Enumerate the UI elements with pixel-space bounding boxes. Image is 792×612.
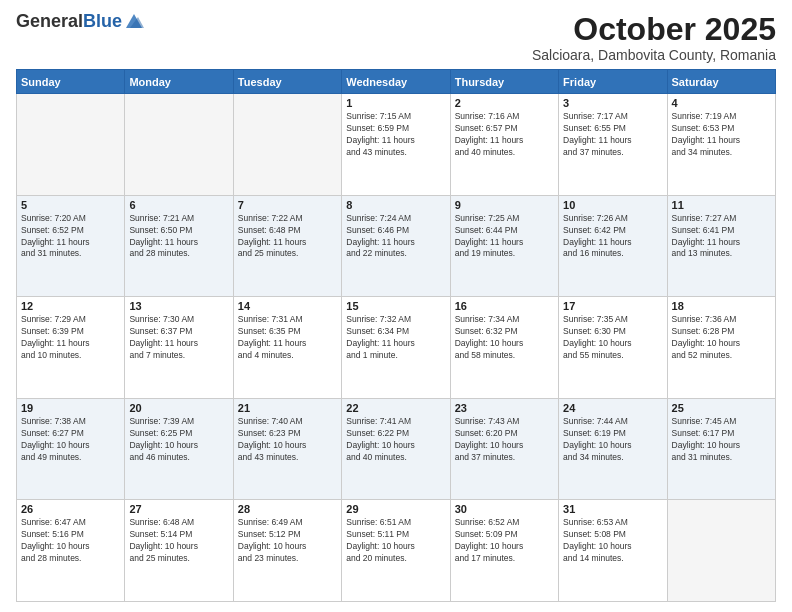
calendar: SundayMondayTuesdayWednesdayThursdayFrid…	[16, 69, 776, 602]
calendar-header-row: SundayMondayTuesdayWednesdayThursdayFrid…	[17, 70, 776, 94]
day-info: Sunrise: 7:36 AM Sunset: 6:28 PM Dayligh…	[672, 314, 771, 362]
day-number: 10	[563, 199, 662, 211]
logo-general: General	[16, 11, 83, 31]
calendar-day-6: 6Sunrise: 7:21 AM Sunset: 6:50 PM Daylig…	[125, 195, 233, 297]
day-info: Sunrise: 7:15 AM Sunset: 6:59 PM Dayligh…	[346, 111, 445, 159]
day-number: 20	[129, 402, 228, 414]
calendar-week-row: 12Sunrise: 7:29 AM Sunset: 6:39 PM Dayli…	[17, 297, 776, 399]
calendar-day-26: 26Sunrise: 6:47 AM Sunset: 5:16 PM Dayli…	[17, 500, 125, 602]
calendar-day-13: 13Sunrise: 7:30 AM Sunset: 6:37 PM Dayli…	[125, 297, 233, 399]
calendar-day-18: 18Sunrise: 7:36 AM Sunset: 6:28 PM Dayli…	[667, 297, 775, 399]
day-number: 8	[346, 199, 445, 211]
title-block: October 2025 Salcioara, Dambovita County…	[532, 12, 776, 63]
day-info: Sunrise: 7:40 AM Sunset: 6:23 PM Dayligh…	[238, 416, 337, 464]
logo: GeneralBlue	[16, 12, 144, 30]
day-number: 14	[238, 300, 337, 312]
calendar-day-30: 30Sunrise: 6:52 AM Sunset: 5:09 PM Dayli…	[450, 500, 558, 602]
calendar-header-friday: Friday	[559, 70, 667, 94]
calendar-header-monday: Monday	[125, 70, 233, 94]
calendar-day-22: 22Sunrise: 7:41 AM Sunset: 6:22 PM Dayli…	[342, 398, 450, 500]
day-info: Sunrise: 7:32 AM Sunset: 6:34 PM Dayligh…	[346, 314, 445, 362]
subtitle: Salcioara, Dambovita County, Romania	[532, 47, 776, 63]
calendar-day-4: 4Sunrise: 7:19 AM Sunset: 6:53 PM Daylig…	[667, 94, 775, 196]
day-number: 21	[238, 402, 337, 414]
day-number: 13	[129, 300, 228, 312]
day-number: 31	[563, 503, 662, 515]
page: GeneralBlue October 2025 Salcioara, Damb…	[0, 0, 792, 612]
logo-blue: Blue	[83, 11, 122, 31]
day-info: Sunrise: 7:44 AM Sunset: 6:19 PM Dayligh…	[563, 416, 662, 464]
day-info: Sunrise: 7:31 AM Sunset: 6:35 PM Dayligh…	[238, 314, 337, 362]
day-number: 5	[21, 199, 120, 211]
day-info: Sunrise: 6:48 AM Sunset: 5:14 PM Dayligh…	[129, 517, 228, 565]
day-info: Sunrise: 7:25 AM Sunset: 6:44 PM Dayligh…	[455, 213, 554, 261]
calendar-day-19: 19Sunrise: 7:38 AM Sunset: 6:27 PM Dayli…	[17, 398, 125, 500]
day-info: Sunrise: 6:51 AM Sunset: 5:11 PM Dayligh…	[346, 517, 445, 565]
day-info: Sunrise: 7:43 AM Sunset: 6:20 PM Dayligh…	[455, 416, 554, 464]
calendar-week-row: 1Sunrise: 7:15 AM Sunset: 6:59 PM Daylig…	[17, 94, 776, 196]
day-number: 28	[238, 503, 337, 515]
day-number: 7	[238, 199, 337, 211]
day-info: Sunrise: 7:22 AM Sunset: 6:48 PM Dayligh…	[238, 213, 337, 261]
day-number: 22	[346, 402, 445, 414]
calendar-day-28: 28Sunrise: 6:49 AM Sunset: 5:12 PM Dayli…	[233, 500, 341, 602]
day-info: Sunrise: 7:21 AM Sunset: 6:50 PM Dayligh…	[129, 213, 228, 261]
calendar-day-12: 12Sunrise: 7:29 AM Sunset: 6:39 PM Dayli…	[17, 297, 125, 399]
calendar-day-11: 11Sunrise: 7:27 AM Sunset: 6:41 PM Dayli…	[667, 195, 775, 297]
day-info: Sunrise: 7:16 AM Sunset: 6:57 PM Dayligh…	[455, 111, 554, 159]
day-number: 3	[563, 97, 662, 109]
calendar-day-7: 7Sunrise: 7:22 AM Sunset: 6:48 PM Daylig…	[233, 195, 341, 297]
calendar-day-23: 23Sunrise: 7:43 AM Sunset: 6:20 PM Dayli…	[450, 398, 558, 500]
calendar-day-8: 8Sunrise: 7:24 AM Sunset: 6:46 PM Daylig…	[342, 195, 450, 297]
calendar-day-17: 17Sunrise: 7:35 AM Sunset: 6:30 PM Dayli…	[559, 297, 667, 399]
day-number: 29	[346, 503, 445, 515]
day-number: 4	[672, 97, 771, 109]
day-number: 23	[455, 402, 554, 414]
day-info: Sunrise: 6:47 AM Sunset: 5:16 PM Dayligh…	[21, 517, 120, 565]
day-number: 24	[563, 402, 662, 414]
calendar-week-row: 5Sunrise: 7:20 AM Sunset: 6:52 PM Daylig…	[17, 195, 776, 297]
calendar-day-24: 24Sunrise: 7:44 AM Sunset: 6:19 PM Dayli…	[559, 398, 667, 500]
calendar-day-empty	[233, 94, 341, 196]
day-number: 11	[672, 199, 771, 211]
calendar-day-16: 16Sunrise: 7:34 AM Sunset: 6:32 PM Dayli…	[450, 297, 558, 399]
calendar-day-empty	[125, 94, 233, 196]
day-number: 26	[21, 503, 120, 515]
day-info: Sunrise: 7:35 AM Sunset: 6:30 PM Dayligh…	[563, 314, 662, 362]
day-info: Sunrise: 7:17 AM Sunset: 6:55 PM Dayligh…	[563, 111, 662, 159]
day-number: 15	[346, 300, 445, 312]
day-number: 12	[21, 300, 120, 312]
day-info: Sunrise: 7:39 AM Sunset: 6:25 PM Dayligh…	[129, 416, 228, 464]
calendar-header-saturday: Saturday	[667, 70, 775, 94]
day-number: 27	[129, 503, 228, 515]
calendar-day-14: 14Sunrise: 7:31 AM Sunset: 6:35 PM Dayli…	[233, 297, 341, 399]
day-info: Sunrise: 7:45 AM Sunset: 6:17 PM Dayligh…	[672, 416, 771, 464]
calendar-day-empty	[667, 500, 775, 602]
month-title: October 2025	[532, 12, 776, 47]
calendar-day-5: 5Sunrise: 7:20 AM Sunset: 6:52 PM Daylig…	[17, 195, 125, 297]
calendar-day-1: 1Sunrise: 7:15 AM Sunset: 6:59 PM Daylig…	[342, 94, 450, 196]
day-info: Sunrise: 7:27 AM Sunset: 6:41 PM Dayligh…	[672, 213, 771, 261]
day-number: 16	[455, 300, 554, 312]
calendar-day-empty	[17, 94, 125, 196]
day-info: Sunrise: 6:53 AM Sunset: 5:08 PM Dayligh…	[563, 517, 662, 565]
day-info: Sunrise: 7:29 AM Sunset: 6:39 PM Dayligh…	[21, 314, 120, 362]
day-info: Sunrise: 7:34 AM Sunset: 6:32 PM Dayligh…	[455, 314, 554, 362]
logo-text: GeneralBlue	[16, 12, 122, 30]
day-info: Sunrise: 7:19 AM Sunset: 6:53 PM Dayligh…	[672, 111, 771, 159]
day-info: Sunrise: 7:41 AM Sunset: 6:22 PM Dayligh…	[346, 416, 445, 464]
calendar-day-29: 29Sunrise: 6:51 AM Sunset: 5:11 PM Dayli…	[342, 500, 450, 602]
calendar-week-row: 26Sunrise: 6:47 AM Sunset: 5:16 PM Dayli…	[17, 500, 776, 602]
calendar-header-sunday: Sunday	[17, 70, 125, 94]
logo-icon	[124, 12, 144, 30]
day-number: 1	[346, 97, 445, 109]
header: GeneralBlue October 2025 Salcioara, Damb…	[16, 12, 776, 63]
day-number: 18	[672, 300, 771, 312]
calendar-header-tuesday: Tuesday	[233, 70, 341, 94]
calendar-day-10: 10Sunrise: 7:26 AM Sunset: 6:42 PM Dayli…	[559, 195, 667, 297]
day-info: Sunrise: 6:52 AM Sunset: 5:09 PM Dayligh…	[455, 517, 554, 565]
calendar-week-row: 19Sunrise: 7:38 AM Sunset: 6:27 PM Dayli…	[17, 398, 776, 500]
day-number: 9	[455, 199, 554, 211]
calendar-day-2: 2Sunrise: 7:16 AM Sunset: 6:57 PM Daylig…	[450, 94, 558, 196]
day-info: Sunrise: 7:26 AM Sunset: 6:42 PM Dayligh…	[563, 213, 662, 261]
